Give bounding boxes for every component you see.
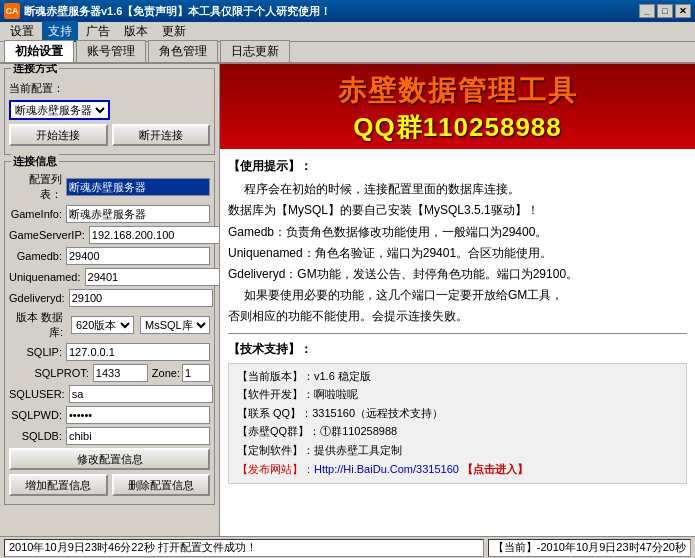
tech-title: 【技术支持】： <box>228 340 687 359</box>
connection-info-group: 连接信息 配置列表： GameInfo: GameServerIP: Gamed… <box>4 161 215 505</box>
sqlprot-label: SQLPROT: <box>9 367 89 379</box>
sqlprot-input[interactable] <box>93 364 148 382</box>
modify-config-button[interactable]: 修改配置信息 <box>9 448 210 470</box>
tab-account-management[interactable]: 账号管理 <box>76 40 146 62</box>
tech-version-value: v1.6 稳定版 <box>314 368 371 386</box>
gameserverip-label: GameServerIP: <box>9 229 85 241</box>
gameserverip-row: GameServerIP: <box>9 226 210 244</box>
connect-buttons: 开始连接 断开连接 <box>9 124 210 146</box>
minimize-button[interactable]: _ <box>639 4 655 18</box>
gamedb-label: Gamedb: <box>9 250 62 262</box>
menu-version[interactable]: 版本 <box>118 21 154 42</box>
disconnect-button[interactable]: 断开连接 <box>112 124 211 146</box>
config-list-row: 配置列表： <box>9 172 210 202</box>
sqluser-row: SQLUSER: <box>9 385 210 403</box>
menu-bar: 设置 支持 广告 版本 更新 <box>0 22 695 42</box>
right-panel: 赤壁数据管理工具 QQ群110258988 【使用提示】： 程序会在初始的时候，… <box>220 64 695 536</box>
sqlprot-row: SQLPROT: Zone: <box>9 364 210 382</box>
tech-cbqq-label: 【赤壁QQ群】： <box>237 423 320 441</box>
gdeliveryd-row: Gdeliveryd: <box>9 289 210 307</box>
tech-version-row: 【当前版本】： v1.6 稳定版 <box>237 368 678 386</box>
sqlpwd-input[interactable] <box>66 406 210 424</box>
banner-qq: QQ群110258988 <box>224 110 691 145</box>
sqlip-row: SQLIP: <box>9 343 210 361</box>
tech-version-label: 【当前版本】： <box>237 368 314 386</box>
sqlpwd-label: SQLPWD: <box>9 409 62 421</box>
divider <box>228 333 687 334</box>
sqlip-input[interactable] <box>66 343 210 361</box>
zone-input[interactable] <box>182 364 210 382</box>
gameserverip-input[interactable] <box>89 226 220 244</box>
info-area: 【使用提示】： 程序会在初始的时候，连接配置里面的数据库连接。 数据库为【MyS… <box>220 149 695 536</box>
sqluser-label: SQLUSER: <box>9 388 65 400</box>
tab-log-update[interactable]: 日志更新 <box>220 40 290 62</box>
info-line-7: 否则相应的功能不能使用。会提示连接失败。 <box>228 307 687 326</box>
info-line-5: Gdeliveryd：GM功能，发送公告、封停角色功能。端口为29100。 <box>228 265 687 284</box>
info-line-4: Uniquenamed：角色名验证，端口为29401。合区功能使用。 <box>228 244 687 263</box>
gdeliveryd-input[interactable] <box>69 289 213 307</box>
gdeliveryd-label: Gdeliveryd: <box>9 292 65 304</box>
sqlpwd-row: SQLPWD: <box>9 406 210 424</box>
connect-button[interactable]: 开始连接 <box>9 124 108 146</box>
version-row: 版本 数据库: 620版本 MsSQL库 <box>9 310 210 340</box>
info-line-2: 数据库为【MySQL】的要自己安装【MySQL3.5.1驱动】！ <box>228 201 687 220</box>
tech-developer-value: 啊啦啦呢 <box>314 386 358 404</box>
banner-title: 赤壁数据管理工具 <box>224 72 691 110</box>
sqldb-input[interactable] <box>66 427 210 445</box>
info-line-3: Gamedb：负责角色数据修改功能使用，一般端口为29400。 <box>228 223 687 242</box>
db-select[interactable]: MsSQL库 <box>140 316 210 334</box>
gamedb-input[interactable] <box>66 247 210 265</box>
status-right: 【当前】-2010年10月9日23时47分20秒 <box>488 539 691 557</box>
banner: 赤壁数据管理工具 QQ群110258988 <box>220 64 695 149</box>
connection-type-group: 连接方式 当前配置： 断魂赤壁服务器 开始连接 断开连接 <box>4 68 215 155</box>
info-line-1: 程序会在初始的时候，连接配置里面的数据库连接。 <box>244 180 687 199</box>
config-select[interactable]: 断魂赤壁服务器 <box>9 100 110 120</box>
info-line-6: 如果要使用必要的功能，这几个端口一定要开放给GM工具， <box>244 286 687 305</box>
status-left: 2010年10月9日23时46分22秒 打开配置文件成功！ <box>4 539 484 557</box>
menu-ads[interactable]: 广告 <box>80 21 116 42</box>
tech-website-value[interactable]: Http://Hi.BaiDu.Com/3315160 【点击进入】 <box>314 461 528 479</box>
add-config-button[interactable]: 增加配置信息 <box>9 474 108 496</box>
tab-role-management[interactable]: 角色管理 <box>148 40 218 62</box>
gameinfo-label: GameInfo: <box>9 208 62 220</box>
gameinfo-input[interactable] <box>66 205 210 223</box>
config-list-label: 配置列表： <box>9 172 62 202</box>
delete-config-button[interactable]: 删除配置信息 <box>112 474 211 496</box>
current-config-row: 当前配置： <box>9 81 210 96</box>
sqldb-label: SQLDB: <box>9 430 62 442</box>
tech-custom-row: 【定制软件】： 提供赤壁工具定制 <box>237 442 678 460</box>
config-action-buttons: 增加配置信息 删除配置信息 <box>9 474 210 496</box>
status-bar: 2010年10月9日23时46分22秒 打开配置文件成功！ 【当前】-2010年… <box>0 536 695 558</box>
tech-developer-label: 【软件开发】： <box>237 386 314 404</box>
tech-cbqq-value: ①群110258988 <box>320 423 397 441</box>
tech-qq-row: 【联系 QQ】： 3315160（远程技术支持） <box>237 405 678 423</box>
connection-type-title: 连接方式 <box>11 64 59 76</box>
version-label: 版本 数据库: <box>9 310 63 340</box>
sqldb-row: SQLDB: <box>9 427 210 445</box>
tech-cbqq-row: 【赤壁QQ群】： ①群110258988 <box>237 423 678 441</box>
menu-settings[interactable]: 设置 <box>4 21 40 42</box>
left-panel: 连接方式 当前配置： 断魂赤壁服务器 开始连接 断开连接 连接信息 配置列表： <box>0 64 220 536</box>
tab-initial-settings[interactable]: 初始设置 <box>4 40 74 62</box>
tech-custom-label: 【定制软件】： <box>237 442 314 460</box>
app-icon: CA <box>4 3 20 19</box>
menu-update[interactable]: 更新 <box>156 21 192 42</box>
uniquenamed-input[interactable] <box>85 268 220 286</box>
main-content: 连接方式 当前配置： 断魂赤壁服务器 开始连接 断开连接 连接信息 配置列表： <box>0 64 695 536</box>
sqluser-input[interactable] <box>69 385 213 403</box>
uniquenamed-label: Uniquenamed: <box>9 271 81 283</box>
config-list-input[interactable] <box>66 178 210 196</box>
version-select[interactable]: 620版本 <box>71 316 134 334</box>
tech-support-box: 【当前版本】： v1.6 稳定版 【软件开发】： 啊啦啦呢 【联系 QQ】： 3… <box>228 363 687 485</box>
tech-qq-label: 【联系 QQ】： <box>237 405 312 423</box>
gameinfo-row: GameInfo: <box>9 205 210 223</box>
title-bar: CA 断魂赤壁服务器v1.6【免责声明】本工具仅限于个人研究使用！ _ □ ✕ <box>0 0 695 22</box>
uniquenamed-row: Uniquenamed: <box>9 268 210 286</box>
close-button[interactable]: ✕ <box>675 4 691 18</box>
website-link[interactable]: 【点击进入】 <box>462 463 528 475</box>
current-config-label: 当前配置： <box>9 81 64 96</box>
menu-support[interactable]: 支持 <box>42 21 78 42</box>
zone-label: Zone: <box>152 367 180 379</box>
maximize-button[interactable]: □ <box>657 4 673 18</box>
connection-info-title: 连接信息 <box>11 154 59 169</box>
